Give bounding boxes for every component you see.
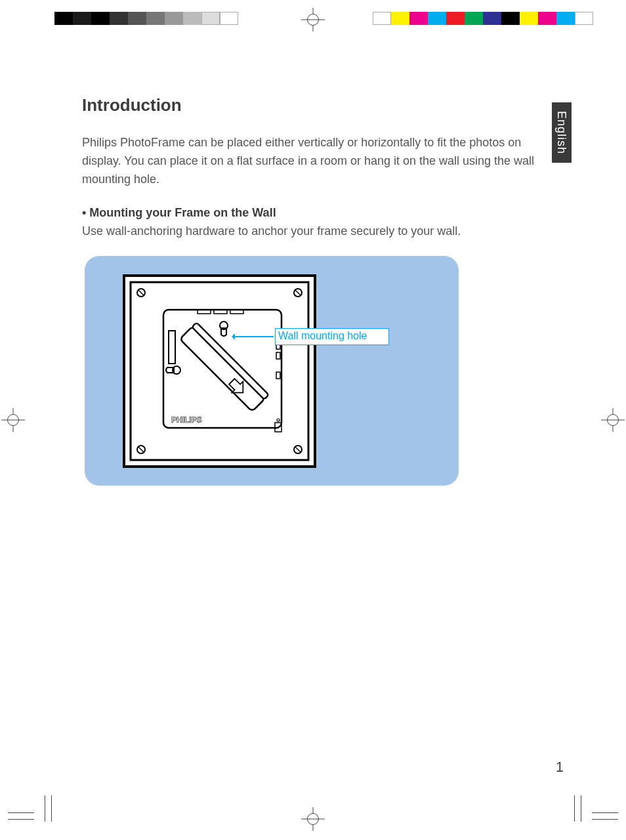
- registration-mark-icon: [601, 408, 625, 432]
- color-swatch-strip: [373, 12, 593, 25]
- intro-paragraph: Philips PhotoFrame can be placed either …: [82, 134, 541, 189]
- brand-label: PHILIPS: [171, 415, 202, 425]
- sub-paragraph: Use wall-anchoring hardware to anchor yo…: [82, 222, 541, 240]
- callout-label: Wall mounting hole: [275, 328, 389, 345]
- wall-mount-hole-icon: [220, 322, 228, 336]
- registration-mark-icon: [301, 807, 325, 831]
- svg-rect-17: [276, 352, 280, 359]
- svg-line-5: [138, 290, 144, 295]
- registration-mark-icon: [1, 408, 25, 432]
- page-number: 1: [556, 759, 564, 776]
- device-diagram: PHILIPS: [123, 274, 316, 468]
- svg-line-6: [295, 290, 301, 295]
- crop-mark-icon: [572, 789, 618, 828]
- svg-line-8: [295, 447, 301, 452]
- svg-point-22: [277, 419, 280, 421]
- print-marks-top: [0, 12, 626, 32]
- language-tab: English: [552, 102, 572, 163]
- diagram-panel: PHILIPS Wall mounting hole: [85, 256, 459, 486]
- svg-rect-18: [276, 372, 280, 379]
- svg-line-7: [138, 447, 144, 452]
- page-content: Introduction Philips PhotoFrame can be p…: [82, 95, 541, 486]
- subheading: • Mounting your Frame on the Wall: [82, 206, 541, 220]
- registration-mark-icon: [301, 8, 325, 32]
- callout-arrow-icon: [232, 336, 274, 337]
- svg-rect-19: [180, 326, 265, 411]
- page-title: Introduction: [82, 95, 541, 116]
- grayscale-swatch-strip: [54, 12, 238, 25]
- crop-mark-icon: [8, 789, 54, 828]
- svg-rect-14: [169, 331, 175, 364]
